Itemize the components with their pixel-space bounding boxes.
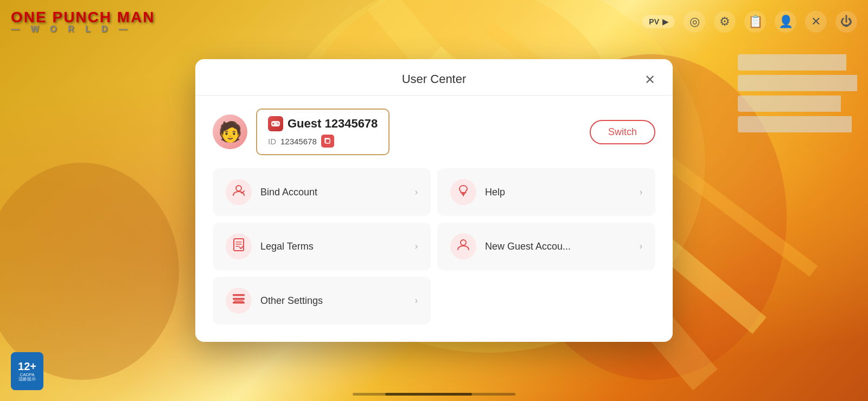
modal-overlay: User Center ✕ 🧑	[0, 0, 868, 401]
id-label: ID	[268, 137, 276, 146]
new-guest-label: New Guest Accou...	[485, 241, 631, 252]
other-settings-icon-wrap	[226, 288, 252, 314]
legal-terms-label: Legal Terms	[260, 241, 406, 252]
modal-body: 🧑	[195, 96, 673, 342]
menu-grid: Bind Account ›	[213, 168, 655, 324]
svg-point-21	[461, 240, 466, 245]
legal-terms-icon	[232, 238, 245, 255]
help-chevron: ›	[640, 187, 642, 197]
game-controller-icon	[268, 116, 283, 131]
other-settings-label: Other Settings	[260, 295, 406, 307]
modal-header: User Center ✕	[195, 59, 673, 86]
bind-account-label: Bind Account	[260, 187, 406, 198]
svg-rect-17	[234, 239, 244, 251]
svg-rect-25	[234, 300, 244, 302]
help-icon	[456, 183, 470, 201]
other-settings-icon	[232, 292, 246, 309]
svg-point-11	[278, 124, 279, 125]
bind-account-chevron: ›	[415, 187, 418, 197]
svg-rect-14	[462, 193, 465, 194]
user-info-left: 🧑	[213, 109, 390, 155]
avatar: 🧑	[213, 114, 247, 149]
menu-item-legal-terms[interactable]: Legal Terms ›	[213, 222, 431, 270]
user-id-row: ID 12345678	[268, 135, 378, 148]
help-icon-wrap	[450, 179, 476, 205]
username: Guest 12345678	[288, 117, 378, 131]
new-guest-chevron: ›	[640, 241, 642, 251]
new-guest-icon-wrap	[450, 233, 476, 259]
new-guest-icon	[456, 238, 470, 255]
legal-terms-chevron: ›	[415, 241, 418, 251]
bind-account-icon-wrap	[226, 179, 252, 205]
svg-point-10	[277, 123, 278, 124]
user-card-top: Guest 12345678	[268, 116, 378, 131]
id-value: 12345678	[280, 137, 317, 146]
modal-close-button[interactable]: ✕	[640, 70, 660, 90]
avatar-figure: 🧑	[218, 120, 242, 143]
menu-item-bind-account[interactable]: Bind Account ›	[213, 168, 431, 216]
svg-rect-22	[233, 294, 245, 296]
other-settings-chevron: ›	[415, 296, 418, 305]
legal-terms-icon-wrap	[226, 233, 252, 259]
menu-item-new-guest[interactable]: New Guest Accou... ›	[437, 222, 655, 270]
menu-item-other-settings[interactable]: Other Settings ›	[213, 277, 431, 324]
help-label: Help	[485, 187, 631, 198]
user-card: Guest 12345678 ID 12345678	[256, 109, 390, 155]
svg-rect-23	[233, 298, 245, 300]
copy-id-button[interactable]	[321, 135, 334, 148]
user-info-section: 🧑	[213, 109, 655, 155]
menu-item-help[interactable]: Help ›	[437, 168, 655, 216]
svg-rect-9	[272, 124, 275, 125]
bind-account-icon	[232, 183, 246, 201]
user-center-modal: User Center ✕ 🧑	[195, 59, 673, 342]
modal-title: User Center	[402, 72, 467, 86]
svg-rect-24	[233, 302, 245, 304]
switch-button[interactable]: Switch	[590, 120, 655, 144]
svg-point-13	[236, 186, 241, 191]
svg-rect-12	[326, 139, 330, 143]
